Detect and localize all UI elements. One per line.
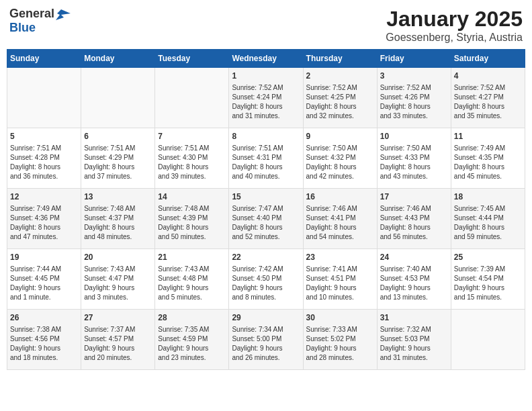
day-number: 18 (454, 191, 522, 203)
day-info: Sunrise: 7:52 AMSunset: 4:26 PMDaylight:… (380, 83, 448, 121)
calendar-day-26: 26Sunrise: 7:38 AMSunset: 4:56 PMDayligh… (7, 310, 81, 370)
calendar-day-6: 6Sunrise: 7:51 AMSunset: 4:29 PMDaylight… (81, 128, 155, 189)
day-number: 24 (380, 252, 448, 263)
day-number: 9 (306, 131, 374, 142)
day-number: 3 (380, 71, 448, 82)
calendar-week-row: 26Sunrise: 7:38 AMSunset: 4:56 PMDayligh… (7, 310, 525, 370)
day-number: 21 (158, 252, 226, 263)
calendar-day-5: 5Sunrise: 7:51 AMSunset: 4:28 PMDaylight… (7, 128, 81, 189)
calendar-day-24: 24Sunrise: 7:40 AMSunset: 4:53 PMDayligh… (377, 249, 451, 310)
calendar-day-28: 28Sunrise: 7:35 AMSunset: 4:59 PMDayligh… (155, 310, 229, 370)
header-friday: Friday (377, 50, 451, 68)
day-info: Sunrise: 7:51 AMSunset: 4:28 PMDaylight:… (10, 144, 78, 181)
day-number: 17 (380, 191, 448, 203)
title-block: January 2025 Goessenberg, Styria, Austri… (386, 7, 523, 44)
day-info: Sunrise: 7:46 AMSunset: 4:43 PMDaylight:… (380, 204, 448, 242)
day-info: Sunrise: 7:35 AMSunset: 4:59 PMDaylight:… (158, 325, 226, 363)
day-number: 28 (158, 312, 226, 324)
calendar-day-18: 18Sunrise: 7:45 AMSunset: 4:44 PMDayligh… (451, 189, 525, 249)
day-info: Sunrise: 7:52 AMSunset: 4:24 PMDaylight:… (232, 83, 300, 121)
day-info: Sunrise: 7:51 AMSunset: 4:29 PMDaylight:… (84, 144, 152, 181)
day-info: Sunrise: 7:41 AMSunset: 4:51 PMDaylight:… (306, 265, 374, 302)
day-number: 12 (10, 191, 78, 203)
day-info: Sunrise: 7:52 AMSunset: 4:27 PMDaylight:… (454, 83, 522, 121)
sub-title: Goessenberg, Styria, Austria (386, 32, 523, 44)
calendar-empty (155, 68, 229, 128)
calendar-day-4: 4Sunrise: 7:52 AMSunset: 4:27 PMDaylight… (451, 68, 525, 128)
calendar-day-17: 17Sunrise: 7:46 AMSunset: 4:43 PMDayligh… (377, 189, 451, 249)
calendar-day-20: 20Sunrise: 7:43 AMSunset: 4:47 PMDayligh… (81, 249, 155, 310)
day-number: 26 (10, 312, 78, 324)
day-info: Sunrise: 7:50 AMSunset: 4:32 PMDaylight:… (306, 144, 374, 181)
calendar-day-13: 13Sunrise: 7:48 AMSunset: 4:37 PMDayligh… (81, 189, 155, 249)
calendar-day-9: 9Sunrise: 7:50 AMSunset: 4:32 PMDaylight… (303, 128, 377, 189)
day-number: 7 (158, 131, 226, 142)
calendar-empty (81, 68, 155, 128)
day-number: 4 (454, 71, 522, 82)
calendar-day-22: 22Sunrise: 7:42 AMSunset: 4:50 PMDayligh… (229, 249, 303, 310)
calendar-day-15: 15Sunrise: 7:47 AMSunset: 4:40 PMDayligh… (229, 189, 303, 249)
logo-blue-text: Blue (9, 21, 71, 35)
calendar-day-2: 2Sunrise: 7:52 AMSunset: 4:25 PMDaylight… (303, 68, 377, 128)
calendar-table: SundayMondayTuesdayWednesdayThursdayFrid… (7, 49, 525, 370)
calendar-day-25: 25Sunrise: 7:39 AMSunset: 4:54 PMDayligh… (451, 249, 525, 310)
day-info: Sunrise: 7:43 AMSunset: 4:47 PMDaylight:… (84, 265, 152, 302)
calendar-week-row: 12Sunrise: 7:49 AMSunset: 4:36 PMDayligh… (7, 189, 525, 249)
calendar-day-21: 21Sunrise: 7:43 AMSunset: 4:48 PMDayligh… (155, 249, 229, 310)
day-number: 25 (454, 252, 522, 263)
header-monday: Monday (81, 50, 155, 68)
day-number: 13 (84, 191, 152, 203)
svg-marker-0 (56, 9, 71, 20)
calendar-empty (451, 310, 525, 370)
calendar-header-row: SundayMondayTuesdayWednesdayThursdayFrid… (7, 50, 525, 68)
calendar-day-3: 3Sunrise: 7:52 AMSunset: 4:26 PMDaylight… (377, 68, 451, 128)
calendar-week-row: 1Sunrise: 7:52 AMSunset: 4:24 PMDaylight… (7, 68, 525, 128)
day-info: Sunrise: 7:32 AMSunset: 5:03 PMDaylight:… (380, 325, 448, 363)
day-info: Sunrise: 7:48 AMSunset: 4:37 PMDaylight:… (84, 204, 152, 242)
day-info: Sunrise: 7:52 AMSunset: 4:25 PMDaylight:… (306, 83, 374, 121)
day-number: 22 (232, 252, 300, 263)
calendar-day-29: 29Sunrise: 7:34 AMSunset: 5:00 PMDayligh… (229, 310, 303, 370)
header-tuesday: Tuesday (155, 50, 229, 68)
day-info: Sunrise: 7:40 AMSunset: 4:53 PMDaylight:… (380, 265, 448, 302)
day-number: 8 (232, 131, 300, 142)
calendar-day-19: 19Sunrise: 7:44 AMSunset: 4:45 PMDayligh… (7, 249, 81, 310)
day-info: Sunrise: 7:43 AMSunset: 4:48 PMDaylight:… (158, 265, 226, 302)
calendar-day-27: 27Sunrise: 7:37 AMSunset: 4:57 PMDayligh… (81, 310, 155, 370)
day-info: Sunrise: 7:34 AMSunset: 5:00 PMDaylight:… (232, 325, 300, 363)
header-wednesday: Wednesday (229, 50, 303, 68)
logo-bird-icon (56, 8, 71, 20)
day-number: 19 (10, 252, 78, 263)
day-number: 30 (306, 312, 374, 324)
page-header: General Blue January 2025 Goessenberg, S… (7, 7, 525, 44)
day-number: 5 (10, 131, 78, 142)
calendar-day-8: 8Sunrise: 7:51 AMSunset: 4:31 PMDaylight… (229, 128, 303, 189)
day-info: Sunrise: 7:51 AMSunset: 4:30 PMDaylight:… (158, 144, 226, 181)
day-info: Sunrise: 7:49 AMSunset: 4:36 PMDaylight:… (10, 204, 78, 242)
calendar-day-31: 31Sunrise: 7:32 AMSunset: 5:03 PMDayligh… (377, 310, 451, 370)
calendar-day-12: 12Sunrise: 7:49 AMSunset: 4:36 PMDayligh… (7, 189, 81, 249)
day-number: 16 (306, 191, 374, 203)
day-number: 1 (232, 71, 300, 82)
day-info: Sunrise: 7:50 AMSunset: 4:33 PMDaylight:… (380, 144, 448, 181)
day-number: 31 (380, 312, 448, 324)
day-number: 10 (380, 131, 448, 142)
calendar-day-14: 14Sunrise: 7:48 AMSunset: 4:39 PMDayligh… (155, 189, 229, 249)
day-number: 23 (306, 252, 374, 263)
day-number: 20 (84, 252, 152, 263)
day-number: 15 (232, 191, 300, 203)
day-info: Sunrise: 7:39 AMSunset: 4:54 PMDaylight:… (454, 265, 522, 302)
calendar-week-row: 5Sunrise: 7:51 AMSunset: 4:28 PMDaylight… (7, 128, 525, 189)
day-number: 29 (232, 312, 300, 324)
day-info: Sunrise: 7:51 AMSunset: 4:31 PMDaylight:… (232, 144, 300, 181)
day-info: Sunrise: 7:44 AMSunset: 4:45 PMDaylight:… (10, 265, 78, 302)
calendar-day-10: 10Sunrise: 7:50 AMSunset: 4:33 PMDayligh… (377, 128, 451, 189)
day-number: 11 (454, 131, 522, 142)
header-sunday: Sunday (7, 50, 81, 68)
header-thursday: Thursday (303, 50, 377, 68)
logo-general-text: General (9, 7, 54, 21)
header-saturday: Saturday (451, 50, 525, 68)
calendar-day-11: 11Sunrise: 7:49 AMSunset: 4:35 PMDayligh… (451, 128, 525, 189)
day-info: Sunrise: 7:38 AMSunset: 4:56 PMDaylight:… (10, 325, 78, 363)
calendar-day-16: 16Sunrise: 7:46 AMSunset: 4:41 PMDayligh… (303, 189, 377, 249)
